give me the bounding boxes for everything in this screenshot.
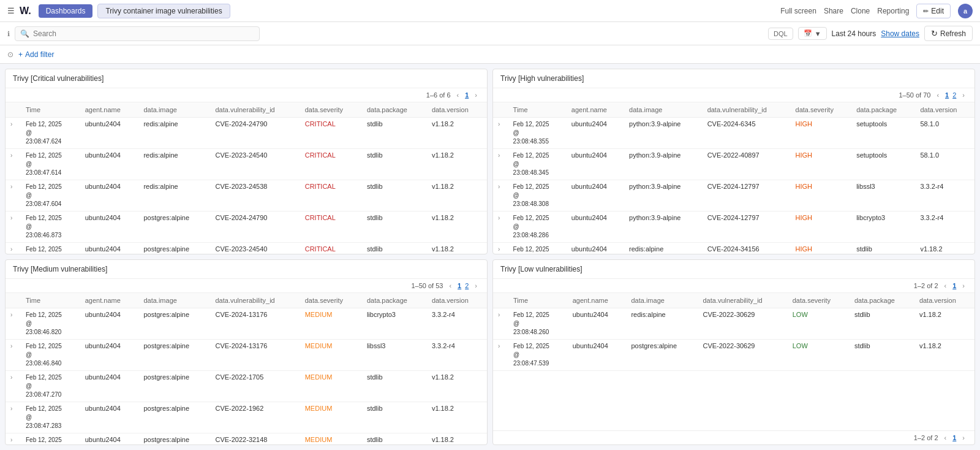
medium-page-2[interactable]: 2 (465, 282, 469, 289)
expand-cell[interactable]: › (6, 402, 21, 433)
image-cell: python:3.9-alpine (624, 118, 703, 149)
expand-icon[interactable]: › (498, 183, 500, 190)
medium-prev-page[interactable]: ‹ (447, 281, 454, 290)
high-col-vuln-id[interactable]: data.vulnerability_id (703, 102, 791, 118)
critical-col-version[interactable]: data.version (427, 102, 487, 118)
low-page-1[interactable]: 1 (952, 282, 956, 289)
high-col-severity[interactable]: data.severity (791, 102, 852, 118)
medium-col-package[interactable]: data.package (362, 293, 427, 308)
dql-button[interactable]: DQL (768, 28, 793, 40)
low-prev-page[interactable]: ‹ (942, 281, 949, 290)
reporting-link[interactable]: Reporting (877, 7, 909, 15)
critical-prev-page[interactable]: ‹ (454, 91, 462, 99)
critical-col-image[interactable]: data.image (138, 102, 210, 118)
low-prev-page-bottom[interactable]: ‹ (942, 433, 949, 442)
low-col-package[interactable]: data.package (850, 293, 914, 308)
medium-col-version[interactable]: data.version (427, 293, 487, 308)
medium-col-vuln-id[interactable]: data.vulnerability_id (210, 293, 300, 308)
high-col-agent[interactable]: agent.name (567, 102, 624, 118)
expand-icon[interactable]: › (498, 215, 500, 221)
expand-cell[interactable]: › (493, 340, 508, 371)
add-filter-button[interactable]: Add filter (18, 50, 54, 59)
expand-icon[interactable]: › (10, 343, 12, 349)
high-col-version[interactable]: data.version (915, 102, 974, 118)
dashboards-tab[interactable]: Dashboards (39, 4, 93, 18)
show-dates-button[interactable]: Show dates (881, 29, 919, 38)
critical-next-page[interactable]: › (472, 91, 480, 99)
expand-icon[interactable]: › (10, 437, 12, 443)
expand-cell[interactable]: › (6, 212, 21, 243)
medium-col-agent[interactable]: agent.name (80, 293, 139, 308)
low-col-vuln-id[interactable]: data.vulnerability_id (698, 293, 787, 308)
high-col-image[interactable]: data.image (624, 102, 703, 118)
low-col-agent[interactable]: agent.name (568, 293, 627, 308)
menu-icon[interactable] (7, 6, 15, 15)
search-box[interactable]: 🔍 (15, 26, 260, 41)
expand-cell[interactable]: › (6, 371, 21, 402)
expand-icon[interactable]: › (10, 121, 12, 128)
expand-cell[interactable]: › (493, 212, 508, 243)
expand-icon[interactable]: › (10, 152, 12, 159)
expand-cell[interactable]: › (6, 308, 21, 340)
low-col-version[interactable]: data.version (914, 293, 974, 308)
low-col-image[interactable]: data.image (626, 293, 698, 308)
low-next-page-bottom[interactable]: › (960, 433, 967, 442)
clone-link[interactable]: Clone (851, 7, 870, 15)
expand-icon[interactable]: › (498, 311, 500, 318)
expand-cell[interactable]: › (493, 180, 508, 212)
expand-cell[interactable]: › (6, 340, 21, 371)
expand-icon[interactable]: › (498, 343, 500, 349)
expand-icon[interactable]: › (10, 374, 12, 381)
medium-next-page[interactable]: › (472, 281, 480, 290)
medium-table-scroll[interactable]: Time agent.name data.image data.vulnerab… (6, 293, 487, 444)
expand-icon[interactable]: › (498, 152, 500, 159)
expand-icon[interactable]: › (498, 246, 500, 253)
critical-page-1[interactable]: 1 (465, 91, 469, 99)
medium-col-time[interactable]: Time (21, 293, 80, 308)
low-col-time[interactable]: Time (508, 293, 568, 308)
expand-icon[interactable]: › (10, 311, 12, 318)
expand-cell[interactable]: › (6, 118, 21, 149)
critical-col-vuln-id[interactable]: data.vulnerability_id (210, 102, 300, 118)
expand-cell[interactable]: › (493, 243, 508, 254)
medium-page-1[interactable]: 1 (458, 282, 461, 289)
refresh-button[interactable]: Refresh (924, 26, 973, 41)
expand-cell[interactable]: › (6, 433, 21, 445)
expand-icon[interactable]: › (10, 246, 12, 253)
low-next-page[interactable]: › (960, 281, 967, 290)
edit-button[interactable]: Edit (916, 4, 951, 18)
calendar-button[interactable]: 📅 ▼ (798, 27, 827, 40)
medium-col-image[interactable]: data.image (138, 293, 210, 308)
high-page-1[interactable]: 1 (945, 91, 949, 99)
critical-col-agent[interactable]: agent.name (80, 102, 139, 118)
critical-col-time[interactable]: Time (21, 102, 80, 118)
expand-icon[interactable]: › (498, 121, 500, 128)
high-next-page[interactable]: › (960, 91, 967, 99)
critical-table-scroll[interactable]: Time agent.name data.image data.vulnerab… (6, 102, 487, 254)
high-col-time[interactable]: Time (508, 102, 567, 118)
search-input[interactable] (33, 29, 254, 38)
fullscreen-link[interactable]: Full screen (780, 7, 816, 15)
expand-icon[interactable]: › (10, 215, 12, 221)
expand-cell[interactable]: › (493, 118, 508, 149)
high-page-2[interactable]: 2 (952, 91, 956, 99)
expand-icon[interactable]: › (10, 183, 12, 190)
low-col-severity[interactable]: data.severity (788, 293, 850, 308)
expand-icon[interactable]: › (10, 405, 12, 412)
expand-cell[interactable]: › (6, 149, 21, 180)
expand-cell[interactable]: › (493, 149, 508, 180)
high-table-scroll[interactable]: Time agent.name data.image data.vulnerab… (493, 102, 974, 254)
medium-col-severity[interactable]: data.severity (300, 293, 362, 308)
avatar[interactable]: a (958, 4, 973, 18)
high-col-package[interactable]: data.package (851, 102, 915, 118)
expand-cell[interactable]: › (493, 308, 508, 340)
current-dashboard-tab[interactable]: Trivy container image vulnerabilities (97, 4, 230, 18)
critical-col-severity[interactable]: data.severity (300, 102, 362, 118)
share-link[interactable]: Share (824, 7, 843, 15)
low-page-1-bottom[interactable]: 1 (952, 434, 956, 441)
expand-cell[interactable]: › (6, 243, 21, 254)
expand-cell[interactable]: › (6, 180, 21, 212)
low-table-scroll[interactable]: Time agent.name data.image data.vulnerab… (493, 293, 974, 430)
critical-col-package[interactable]: data.package (362, 102, 427, 118)
high-prev-page[interactable]: ‹ (934, 91, 941, 99)
